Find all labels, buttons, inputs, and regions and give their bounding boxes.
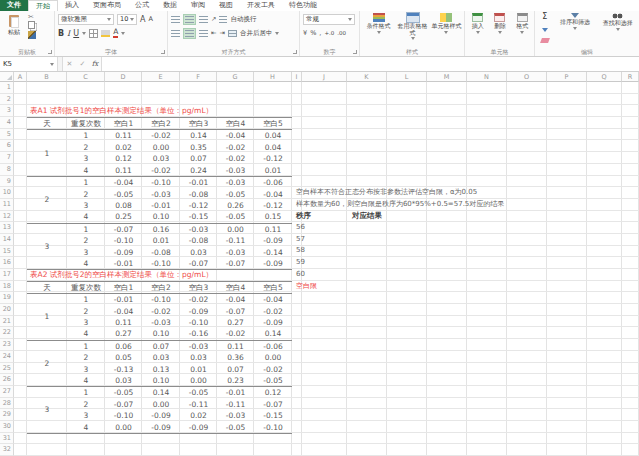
- grow-font-button[interactable]: A: [140, 15, 145, 24]
- tab-2[interactable]: 插入: [58, 0, 86, 11]
- sort-filter-button[interactable]: 排序和筛选: [555, 13, 596, 48]
- paste-button[interactable]: 粘贴: [3, 15, 25, 37]
- tab-5[interactable]: 数据: [156, 0, 184, 11]
- decrease-decimal-button[interactable]: .00: [337, 30, 346, 36]
- italic-button[interactable]: I: [67, 29, 70, 38]
- fill-button[interactable]: [542, 28, 548, 32]
- comma-style-button[interactable]: ,: [319, 29, 321, 37]
- row-header-21[interactable]: 21: [0, 316, 14, 328]
- cells-area[interactable]: 表A1 试剂批号1的空白样本测定结果（单位：pg/mL） 天重复次数空白1空白2…: [0, 82, 639, 456]
- row-header-13[interactable]: 13: [0, 222, 14, 234]
- clear-button[interactable]: [540, 38, 550, 43]
- column-header-Q[interactable]: Q: [587, 72, 622, 82]
- formula-input[interactable]: [102, 57, 639, 71]
- column-header-A[interactable]: A: [14, 72, 27, 82]
- row-header-26[interactable]: 26: [0, 374, 14, 386]
- row-header-32[interactable]: 32: [0, 444, 14, 456]
- autosum-button[interactable]: Σ: [542, 13, 547, 21]
- row-header-15[interactable]: 15: [0, 246, 14, 258]
- column-header-M[interactable]: M: [427, 72, 467, 82]
- bold-button[interactable]: B: [58, 29, 64, 38]
- column-header-R[interactable]: R: [622, 72, 639, 82]
- row-header-20[interactable]: 20: [0, 304, 14, 316]
- row-header-31[interactable]: 31: [0, 433, 14, 445]
- font-size-select[interactable]: 10: [117, 14, 137, 25]
- column-header-H[interactable]: H: [254, 72, 292, 82]
- conditional-formatting-button[interactable]: 条件格式: [363, 13, 394, 48]
- cut-button[interactable]: ✂: [28, 13, 36, 21]
- tab-6[interactable]: 审阅: [184, 0, 212, 11]
- row-header-4[interactable]: 4: [0, 117, 14, 129]
- row-header-30[interactable]: 30: [0, 421, 14, 433]
- fill-color-button[interactable]: [101, 30, 110, 37]
- delete-cells-button[interactable]: 删除: [490, 13, 509, 48]
- column-header-C[interactable]: C: [67, 72, 105, 82]
- shrink-font-button[interactable]: A: [148, 15, 152, 23]
- row-header-12[interactable]: 12: [0, 211, 14, 223]
- column-header-D[interactable]: D: [105, 72, 142, 82]
- row-header-19[interactable]: 19: [0, 292, 14, 304]
- column-header-F[interactable]: F: [180, 72, 217, 82]
- row-header-16[interactable]: 16: [0, 257, 14, 269]
- column-header-E[interactable]: E: [142, 72, 180, 82]
- row-header-8[interactable]: 8: [0, 164, 14, 176]
- row-header-6[interactable]: 6: [0, 140, 14, 152]
- cell-styles-button[interactable]: 单元格样式: [431, 13, 462, 48]
- merge-center-button[interactable]: 合并后居中: [240, 29, 273, 38]
- insert-function-button[interactable]: fx: [89, 57, 102, 71]
- column-header-P[interactable]: P: [547, 72, 587, 82]
- format-painter-button[interactable]: [28, 31, 36, 41]
- column-header-L[interactable]: L: [387, 72, 427, 82]
- tab-9[interactable]: 特色功能: [282, 0, 324, 11]
- row-header-22[interactable]: 22: [0, 327, 14, 339]
- find-select-button[interactable]: 查找和选择: [598, 13, 637, 48]
- copy-button[interactable]: [28, 21, 36, 31]
- percent-style-button[interactable]: %: [310, 29, 316, 37]
- borders-button[interactable]: [89, 29, 98, 38]
- row-header-28[interactable]: 28: [0, 398, 14, 410]
- format-as-table-button[interactable]: 套用表格格式: [396, 13, 429, 48]
- row-header-29[interactable]: 29: [0, 409, 14, 421]
- name-box[interactable]: K5: [0, 57, 58, 71]
- align-top-button[interactable]: [171, 16, 180, 23]
- insert-cells-button[interactable]: 插入: [468, 13, 487, 48]
- enter-button[interactable]: ✓: [76, 57, 89, 71]
- column-header-B[interactable]: B: [27, 72, 67, 82]
- accounting-format-button[interactable]: ¥: [303, 29, 307, 37]
- dialog-launcher-icon[interactable]: [48, 50, 52, 54]
- row-header-18[interactable]: 18: [0, 281, 14, 293]
- increase-indent-button[interactable]: ⇥: [219, 29, 224, 37]
- row-header-14[interactable]: 14: [0, 234, 14, 246]
- tab-3[interactable]: 页面布局: [86, 0, 128, 11]
- column-header-K[interactable]: K: [347, 72, 387, 82]
- format-cells-button[interactable]: 格式: [513, 13, 532, 48]
- underline-button[interactable]: U: [73, 29, 79, 38]
- font-color-button[interactable]: A: [113, 28, 118, 38]
- wrap-text-button[interactable]: 自动换行: [230, 15, 256, 24]
- align-right-button[interactable]: [199, 30, 208, 37]
- row-header-17[interactable]: 17: [0, 269, 14, 281]
- tab-7[interactable]: 视图: [212, 0, 240, 11]
- orientation-button[interactable]: ↗: [211, 15, 216, 23]
- dialog-launcher-icon[interactable]: [161, 50, 165, 54]
- font-name-select[interactable]: 微软雅黑: [58, 14, 114, 25]
- row-header-1[interactable]: 1: [0, 82, 14, 94]
- row-header-5[interactable]: 5: [0, 129, 14, 141]
- dialog-launcher-icon[interactable]: [293, 50, 297, 54]
- cancel-button[interactable]: ✕: [63, 57, 76, 71]
- column-header-I[interactable]: I: [292, 72, 302, 82]
- column-header-N[interactable]: N: [467, 72, 507, 82]
- increase-decimal-button[interactable]: +.0: [324, 30, 334, 36]
- tab-4[interactable]: 公式: [128, 0, 156, 11]
- align-middle-button[interactable]: [183, 14, 196, 25]
- select-all-corner[interactable]: [0, 72, 14, 82]
- row-header-23[interactable]: 23: [0, 339, 14, 351]
- column-header-G[interactable]: G: [217, 72, 254, 82]
- column-header-O[interactable]: O: [507, 72, 547, 82]
- row-header-24[interactable]: 24: [0, 351, 14, 363]
- row-header-25[interactable]: 25: [0, 363, 14, 375]
- row-header-9[interactable]: 9: [0, 176, 14, 188]
- number-format-select[interactable]: 常规: [303, 14, 355, 25]
- align-center-button[interactable]: [183, 28, 196, 39]
- row-header-27[interactable]: 27: [0, 386, 14, 398]
